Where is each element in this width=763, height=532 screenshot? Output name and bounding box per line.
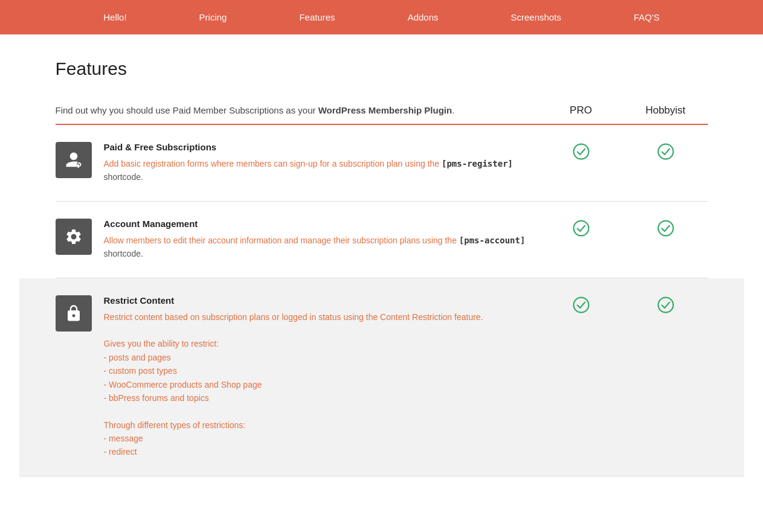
main-nav: Hello!PricingFeaturesAddonsScreenshotsFA… [0,0,763,34]
hobbyist-column-header: Hobbyist [626,104,705,117]
page-title: Features [56,59,708,79]
paid-free-subscriptions-checks [539,142,708,161]
pro-column-header: PRO [542,104,620,117]
paid-free-subscriptions-desc: Add basic registration forms where membe… [104,157,539,184]
account-management-desc: Allow members to edit their account info… [104,234,539,261]
paid-free-subscriptions-content: Paid & Free Subscriptions Add basic regi… [104,142,539,184]
intro-text: Find out why you should use Paid Member … [56,103,539,118]
check-icon [571,219,591,238]
nav-item-addons[interactable]: Addons [372,0,475,34]
account-management-title: Account Management [104,219,539,229]
restrict-content-content: Restrict Content Restrict content based … [104,295,539,459]
paid-free-subscriptions-hobbyist-check [626,142,705,161]
account-management-hobbyist-check [626,219,705,238]
svg-point-1 [658,144,673,159]
nav-item-features[interactable]: Features [263,0,371,34]
paid-free-subscriptions-pro-check [542,142,620,161]
restrict-content-title: Restrict Content [104,295,539,306]
col-headers: PRO Hobbyist [539,104,708,117]
nav-item-hello-[interactable]: Hello! [67,0,163,34]
feature-row-restrict-content: Restrict Content Restrict content based … [19,278,744,476]
account-management-pro-check [542,219,620,238]
restrict-content-hobbyist-check [626,295,705,315]
paid-free-subscriptions-icon [56,142,92,178]
nav-item-pricing[interactable]: Pricing [163,0,263,34]
svg-point-2 [573,220,588,236]
check-icon [656,219,675,238]
check-icon [571,142,591,161]
nav-item-faq-s[interactable]: FAQ'S [597,0,696,34]
account-management-checks [539,219,708,238]
svg-point-5 [658,297,673,312]
features-list: Paid & Free Subscriptions Add basic regi… [56,125,708,476]
page-wrap: Features Find out why you should use Pai… [19,34,744,476]
account-management-icon [56,219,92,255]
svg-point-0 [573,144,588,159]
paid-free-subscriptions-title: Paid & Free Subscriptions [104,142,539,152]
intro-row: Find out why you should use Paid Member … [56,103,708,118]
check-icon [571,295,591,315]
check-icon [656,295,675,315]
nav-item-screenshots[interactable]: Screenshots [475,0,597,34]
check-icon [656,142,675,161]
account-management-content: Account Management Allow members to edit… [104,219,539,261]
restrict-content-icon [56,295,92,332]
feature-row-paid-free-subscriptions: Paid & Free Subscriptions Add basic regi… [56,125,708,202]
restrict-content-pro-check [542,295,620,315]
feature-row-account-management: Account Management Allow members to edit… [56,202,708,278]
svg-point-4 [573,297,588,312]
restrict-content-checks [539,295,708,315]
svg-point-3 [658,220,673,236]
restrict-content-desc: Restrict content based on subscription p… [104,310,539,459]
